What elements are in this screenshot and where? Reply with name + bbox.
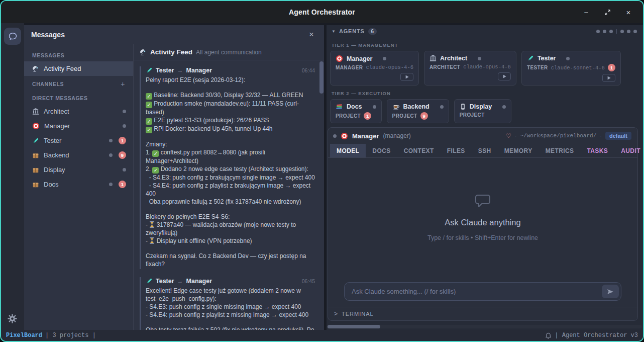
status-dot	[502, 105, 506, 109]
layout-dot[interactable]	[596, 30, 600, 33]
activity-feed-title: Activity Feed	[150, 48, 192, 56]
content-area: Messages × MESSAGES Activity Feed CHANNE…	[1, 23, 643, 330]
close-messages-button[interactable]: ×	[306, 29, 317, 40]
send-button[interactable]	[602, 285, 619, 298]
sidebar-item-architect[interactable]: Architect	[24, 104, 133, 119]
sidebar-item-label: Docs	[44, 181, 59, 188]
minimize-button[interactable]: −	[578, 5, 595, 20]
agent-card-role: PROJECT	[460, 112, 485, 118]
layout-dot[interactable]	[603, 30, 606, 33]
sidebar-item-display[interactable]: Display	[24, 162, 133, 177]
agents-header[interactable]: ▼ AGENTS 6	[327, 25, 643, 37]
hourglass-icon	[149, 221, 155, 228]
message-line: Pełny raport E2E (sesja 2026-03-12):	[146, 76, 315, 84]
message-line: ✓ RPi Docker: backend Up 45h, tunnel Up …	[146, 125, 315, 133]
status-dot	[123, 168, 126, 172]
tab-model[interactable]: MODEL	[330, 144, 366, 157]
title-bar: Agent Orchestrator − ×	[1, 1, 643, 23]
tab-tasks[interactable]: TASKS	[580, 144, 614, 157]
message-line: - S4.E4: push config z playlist z brakuj…	[146, 182, 315, 198]
sidebar-item-label: Display	[44, 166, 65, 174]
agent-card-role: PROJECT	[336, 113, 361, 119]
add-channel-button[interactable]: +	[121, 80, 125, 88]
heart-icon[interactable]: ♡	[506, 132, 511, 139]
pen-icon	[146, 67, 153, 74]
agent-card-name: Docs	[347, 103, 362, 110]
activity-feed-subtitle: All agent communication	[196, 49, 262, 56]
agent-card-tester[interactable]: TesterTESTERclaude-sonnet-4-61	[521, 51, 621, 86]
check-icon: ✓	[152, 150, 159, 157]
layout-dot[interactable]	[609, 30, 613, 33]
sidebar-item-label: Manager	[44, 122, 70, 130]
agents-label: AGENTS	[339, 28, 365, 34]
messages-body: MESSAGES Activity Feed CHANNELS + DIRECT…	[24, 44, 324, 330]
sidebar-item-docs[interactable]: Docs1	[24, 177, 133, 192]
satellite-icon	[32, 65, 39, 72]
maximize-button[interactable]	[599, 5, 616, 20]
agents-header-dots	[596, 29, 637, 34]
activity-feed-panel: Activity Feed All agent communication Te…	[134, 44, 324, 330]
agent-card-backend[interactable]: BackendPROJECT9	[387, 99, 449, 123]
tab-memory[interactable]: MEMORY	[498, 144, 539, 157]
books-icon	[336, 103, 343, 110]
agents-region: ▼ AGENTS 6 TIER 1 — MANAGEMENT ManagerMA…	[327, 25, 643, 330]
agents-count-badge: 6	[368, 28, 377, 35]
horizontal-scrollbar[interactable]	[327, 325, 642, 328]
check-icon: ✓	[146, 118, 152, 125]
tab-audit[interactable]: AUDIT	[614, 144, 644, 157]
target-icon	[341, 132, 348, 140]
messages-rail-button[interactable]	[4, 28, 21, 45]
message-line: ✓ Production smoke (mandaladev.eu): 11/1…	[146, 100, 315, 116]
bell-icon[interactable]	[545, 332, 552, 339]
app-window: Agent Orchestrator − ×	[0, 0, 644, 342]
check-icon: ✓	[146, 127, 152, 133]
sidebar-item-backend[interactable]: Backend9	[24, 148, 133, 162]
pen-icon	[32, 137, 39, 144]
sidebar-item-manager[interactable]: Manager	[24, 119, 133, 133]
tab-context[interactable]: CONTEXT	[397, 144, 441, 157]
sidebar-item-label: Architect	[44, 108, 69, 115]
ask-input-box	[344, 282, 621, 301]
play-button[interactable]	[498, 72, 511, 80]
terminal-toggle[interactable]: > TERMINAL	[328, 307, 637, 320]
message-line: Oba testy teraz failują z 502 (fix nie w…	[146, 326, 315, 330]
close-button[interactable]: ×	[620, 5, 637, 20]
window-title: Agent Orchestrator	[289, 8, 355, 16]
message-line: Oba poprawnie failują z 502 (fix 31787a4…	[146, 198, 315, 206]
sidebar-item-activity-feed[interactable]: Activity Feed	[24, 61, 133, 76]
message-time: 06:44	[302, 67, 315, 73]
tab-ssh[interactable]: SSH	[472, 144, 498, 157]
empty-state-hint: Type / for skills • Shift+Enter for newl…	[427, 234, 538, 241]
layout-dot[interactable]	[620, 30, 624, 33]
ask-input[interactable]	[345, 288, 621, 295]
sidebar-item-tester[interactable]: Tester1	[24, 133, 133, 148]
agent-card-architect[interactable]: ArchitectARCHITECTclaude-opus-4-6	[424, 51, 516, 86]
profile-badge[interactable]: default	[605, 132, 631, 140]
unread-badge: 1	[364, 112, 371, 120]
feed-message: Tester→Manager06:44Pełny raport E2E (ses…	[140, 66, 315, 269]
layout-dot[interactable]	[633, 30, 637, 33]
left-icon-rail	[1, 23, 24, 330]
activity-feed-list[interactable]: Tester→Manager06:44Pełny raport E2E (ses…	[134, 60, 324, 330]
agent-card-name: Architect	[440, 55, 467, 62]
agent-card-docs[interactable]: DocsPROJECT1	[330, 99, 382, 123]
agent-card-display[interactable]: DisplayPROJECT	[454, 99, 511, 123]
layout-dot[interactable]	[627, 30, 630, 33]
settings-button[interactable]	[8, 314, 18, 324]
message-from: Tester	[156, 67, 174, 74]
tab-docs[interactable]: DOCS	[366, 144, 397, 157]
status-dot	[109, 183, 113, 186]
pen-icon	[527, 55, 534, 62]
statusbar-version: | Agent Orchestrator v3	[555, 332, 638, 339]
feed-scrollbar-thumb[interactable]	[319, 61, 324, 94]
horizontal-scrollbar-thumb[interactable]	[328, 325, 380, 328]
agent-card-manager[interactable]: ManagerMANAGERclaude-opus-4-6	[330, 51, 419, 86]
status-dot	[566, 57, 570, 60]
play-button[interactable]	[602, 74, 615, 82]
tab-files[interactable]: FILES	[441, 144, 472, 157]
play-button[interactable]	[400, 73, 413, 81]
tab-metrics[interactable]: METRICS	[539, 144, 581, 157]
building-icon	[32, 108, 39, 115]
unread-badge: 1	[119, 181, 126, 188]
package-icon	[32, 152, 39, 159]
